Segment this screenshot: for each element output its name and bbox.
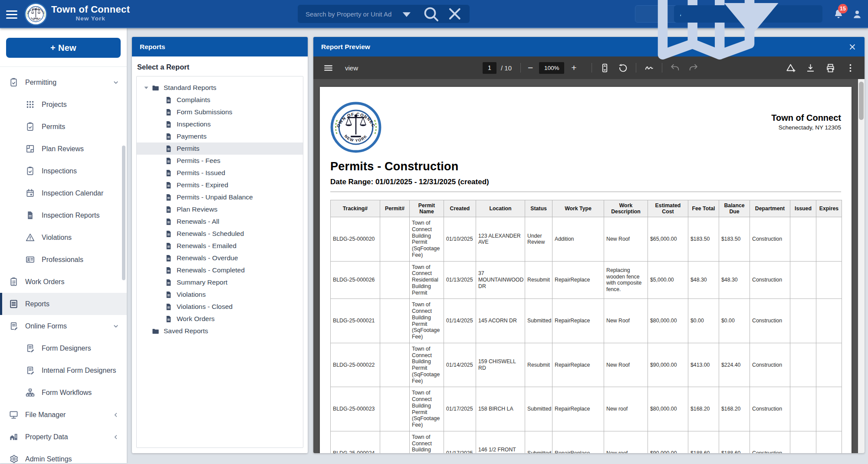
tree-item-renewals-all[interactable]: Renewals - All [137, 215, 303, 228]
sidebar-item-plan-reviews[interactable]: Plan Reviews [0, 138, 127, 160]
tree-item-permits-issued[interactable]: Permits - Issued [137, 167, 303, 179]
tree-item-form-submissions[interactable]: Form Submissions [137, 106, 303, 118]
new-button[interactable]: + New [6, 38, 121, 58]
sidebar-item-permits[interactable]: Permits [0, 116, 127, 138]
sidebar-item-inspections[interactable]: Inspections [0, 160, 127, 182]
sidebar-item-label: Form Workflows [42, 389, 92, 397]
report-doc-icon [164, 157, 173, 165]
sidebar-item-inspection-calendar[interactable]: Inspection Calendar [0, 182, 127, 204]
tree-item-label: Renewals - Scheduled [177, 230, 244, 238]
sidebar-item-property-data[interactable]: Property Data [0, 426, 127, 448]
sidebar-item-label: Inspection Reports [42, 212, 99, 219]
warning-icon [25, 232, 35, 242]
app-title: Town of Connect New York [51, 4, 130, 22]
close-icon[interactable] [848, 43, 857, 51]
clipboard-check-icon [25, 122, 35, 132]
notifications-button[interactable]: 15 [833, 8, 846, 21]
report-doc-icon [164, 254, 173, 262]
tree-item-payments[interactable]: Payments [137, 130, 303, 143]
search-dropdown-caret-icon[interactable] [397, 4, 416, 23]
tree-item-label: Violations - Closed [177, 303, 233, 311]
sidebar-item-violations[interactable]: Violations [0, 226, 127, 249]
sidebar-item-projects[interactable]: Projects [0, 93, 127, 116]
sidebar-item-form-designers[interactable]: Form Designers [0, 337, 127, 359]
sidebar-item-permitting[interactable]: Permitting [0, 71, 127, 93]
sidebar-item-file-manager[interactable]: File Manager [0, 404, 127, 426]
report-doc-icon [164, 230, 173, 238]
clear-search-icon[interactable] [445, 4, 464, 23]
print-icon[interactable] [825, 63, 836, 73]
sidebar-item-internal-form-designers[interactable]: Internal Form Designers [0, 359, 127, 381]
sidebar-item-work-orders[interactable]: Work Orders [0, 271, 127, 293]
tree-item-renewals-scheduled[interactable]: Renewals - Scheduled [137, 228, 303, 240]
select-report-label: Select a Report [132, 56, 308, 76]
tree-item-violations[interactable]: Violations [137, 288, 303, 301]
sidebar-item-label: Professionals [42, 256, 83, 264]
chevron-down-icon [112, 79, 120, 86]
sidebar-item-inspection-reports[interactable]: Inspection Reports [0, 204, 127, 226]
tree-item-permits-expired[interactable]: Permits - Expired [137, 179, 303, 191]
column-header-expires: Expires [816, 200, 842, 217]
sidebar-item-admin-settings[interactable]: Admin Settings [0, 448, 127, 463]
table-row: BLDG-25-000022Town of Connect Building P… [331, 343, 842, 387]
sidebar-item-professionals[interactable]: Professionals [0, 249, 127, 271]
rotate-counterclockwise-icon[interactable] [618, 63, 628, 73]
sidebar-scrollbar[interactable] [122, 146, 125, 280]
tree-item-permits-fees[interactable]: Permits - Fees [137, 155, 303, 167]
report-doc-icon [164, 193, 173, 202]
tree-item-label: Permits - Unpaid Balance [177, 193, 253, 201]
tree-item-permits[interactable]: Permits [137, 143, 303, 155]
expander-caret-icon[interactable] [142, 83, 151, 92]
tree-item-summary-report[interactable]: Summary Report [137, 276, 303, 288]
tree-item-renewals-emailed[interactable]: Renewals - Emailed [137, 240, 303, 252]
more-options-icon[interactable] [845, 63, 856, 73]
doc-icon [25, 210, 35, 220]
column-header-work-type: Work Type [552, 200, 604, 217]
sidebar-item-form-workflows[interactable]: Form Workflows [0, 381, 127, 404]
report-doc-icon [164, 133, 173, 141]
role-selector[interactable]: Assessor, Child Care Services, Clerk, ..… [674, 5, 822, 23]
pdf-menu-icon[interactable] [323, 63, 334, 73]
tree-item-renewals-completed[interactable]: Renewals - Completed [137, 264, 303, 276]
tree-item-label: Permits - Expired [177, 181, 228, 189]
sidebar-item-reports[interactable]: Reports [0, 293, 127, 315]
table-row: BLDG-25-000026Town of Connect Residentia… [331, 261, 842, 299]
gear-icon [9, 454, 19, 463]
grid-icon [25, 99, 35, 109]
tree-item-label: Saved Reports [164, 327, 208, 335]
fit-to-page-icon[interactable] [599, 63, 610, 73]
tree-item-label: Work Orders [177, 315, 215, 323]
search-icon[interactable] [421, 4, 441, 23]
sidebar-item-label: Property Data [25, 433, 68, 441]
document-town-seal: TOWN OF CONNECT NEW YORK [330, 102, 381, 153]
tree-item-label: Payments [177, 133, 207, 140]
tree-item-plan-reviews[interactable]: Plan Reviews [137, 203, 303, 215]
tree-item-permits-unpaid-balance[interactable]: Permits - Unpaid Balance [137, 191, 303, 203]
tree-item-label: Summary Report [177, 278, 227, 286]
document-title: Permits - Construction [330, 160, 841, 173]
chevron-left-icon [112, 433, 120, 441]
pdf-scrollbar-thumb[interactable] [859, 82, 864, 120]
menu-button[interactable] [6, 7, 22, 22]
tree-item-work-orders[interactable]: Work Orders [137, 313, 303, 325]
tree-item-standard-reports[interactable]: Standard Reports [137, 82, 303, 94]
page-number-input[interactable] [483, 62, 496, 74]
town-seal-logo: TOWN OF CONNECT NEW YORK [24, 3, 47, 26]
chevron-left-icon [112, 411, 120, 419]
tree-item-inspections[interactable]: Inspections [137, 118, 303, 130]
report-doc-icon [164, 96, 173, 104]
zoom-in-button[interactable]: + [571, 63, 576, 72]
report-doc-icon [164, 303, 173, 311]
permits-table: Tracking#Permit#Permit NameCreatedLocati… [330, 200, 842, 453]
pdf-page: TOWN OF CONNECT NEW YORK Town of Connect… [320, 87, 852, 453]
zoom-out-button[interactable]: − [528, 63, 533, 72]
tree-item-violations-closed[interactable]: Violations - Closed [137, 301, 303, 313]
tree-item-renewals-overdue[interactable]: Renewals - Overdue [137, 252, 303, 264]
tree-item-saved-reports[interactable]: Saved Reports [137, 325, 303, 337]
user-avatar-button[interactable] [852, 9, 863, 20]
tree-item-complaints[interactable]: Complaints [137, 94, 303, 106]
document-date-range: Date Range: 01/01/2025 - 12/31/2025 (cre… [330, 178, 841, 192]
zoom-level-value[interactable]: 100% [539, 62, 564, 74]
sidebar-item-online-forms[interactable]: Online Forms [0, 315, 127, 337]
search-input[interactable] [306, 10, 392, 18]
